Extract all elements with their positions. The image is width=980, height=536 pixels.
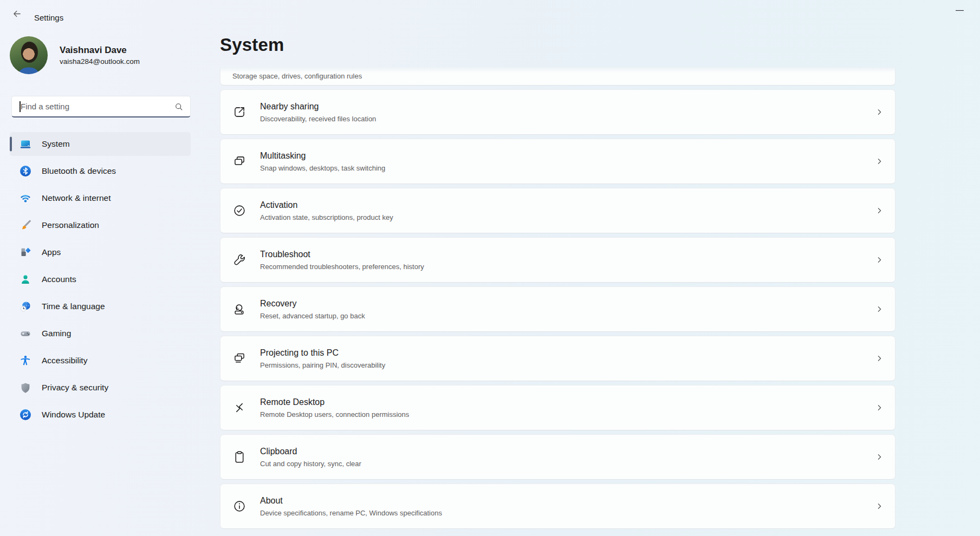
- sidebar-item-label: System: [42, 139, 70, 149]
- card-troubleshoot[interactable]: Troubleshoot Recommended troubleshooters…: [220, 237, 895, 283]
- minimize-icon: [956, 10, 964, 11]
- sidebar-item-gaming[interactable]: Gaming: [10, 322, 191, 345]
- card-subtitle: Device specifications, rename PC, Window…: [260, 508, 442, 518]
- card-title: Multitasking: [260, 150, 385, 161]
- card-subtitle: Reset, advanced startup, go back: [260, 311, 365, 321]
- profile-email: vaisha284@outlook.com: [60, 57, 140, 66]
- accessibility-icon: [19, 354, 32, 367]
- activation-icon: [232, 204, 246, 218]
- search-input[interactable]: [21, 96, 172, 116]
- sidebar-item-label: Windows Update: [42, 410, 105, 420]
- chevron-right-icon: [875, 305, 884, 314]
- chevron-right-icon: [875, 157, 884, 166]
- card-text: Nearby sharing Discoverability, received…: [260, 101, 376, 123]
- apps-icon: [19, 246, 32, 259]
- card-text: Activation Activation state, subscriptio…: [260, 199, 393, 222]
- card-text: Recovery Reset, advanced startup, go bac…: [260, 298, 365, 321]
- card-about[interactable]: About Device specifications, rename PC, …: [220, 483, 895, 529]
- card-text: Projecting to this PC Permissions, pairi…: [260, 347, 385, 370]
- sidebar-item-label: Personalization: [42, 220, 99, 230]
- card-remote-desktop[interactable]: Remote Desktop Remote Desktop users, con…: [220, 385, 895, 430]
- card-subtitle: Permissions, pairing PIN, discoverabilit…: [260, 361, 385, 370]
- time-language-icon: [19, 300, 32, 313]
- windows-update-icon: [19, 408, 32, 421]
- app-title: Settings: [34, 13, 63, 22]
- sidebar-item-label: Bluetooth & devices: [42, 166, 116, 176]
- sidebar-item-label: Apps: [42, 247, 61, 257]
- card-clipboard[interactable]: Clipboard Cut and copy history, sync, cl…: [220, 434, 895, 480]
- minimize-button[interactable]: [947, 3, 971, 17]
- chevron-right-icon: [875, 108, 884, 117]
- sidebar-item-system[interactable]: System: [10, 132, 191, 156]
- card-subtitle: Remote Desktop users, connection permiss…: [260, 410, 409, 419]
- sidebar-item-accessibility[interactable]: Accessibility: [10, 349, 191, 372]
- card-multitasking[interactable]: Multitasking Snap windows, desktops, tas…: [220, 139, 895, 184]
- card-text: Storage space, drives, configuration rul…: [232, 67, 362, 81]
- sidebar-item-time-language[interactable]: Time & language: [10, 295, 191, 318]
- page-title: System: [220, 35, 284, 55]
- profile-name: Vaishnavi Dave: [60, 45, 127, 56]
- card-subtitle: Snap windows, desktops, task switching: [260, 164, 385, 173]
- back-button[interactable]: [8, 8, 26, 21]
- sidebar-item-label: Accessibility: [42, 356, 87, 365]
- bluetooth-icon: [19, 165, 32, 178]
- card-title: Projecting to this PC: [260, 347, 385, 358]
- card-activation[interactable]: Activation Activation state, subscriptio…: [220, 188, 895, 233]
- card-title: Troubleshoot: [260, 249, 424, 260]
- clipboard-icon: [232, 450, 246, 464]
- search-box[interactable]: [11, 96, 191, 117]
- sidebar-item-accounts[interactable]: Accounts: [10, 267, 191, 291]
- sidebar-item-privacy-security[interactable]: Privacy & security: [10, 376, 191, 400]
- projecting-icon: [232, 351, 246, 365]
- sidebar-nav: System Bluetooth & devices Network & int…: [10, 132, 191, 430]
- chevron-right-icon: [875, 354, 884, 363]
- network-icon: [19, 192, 32, 205]
- avatar: [10, 36, 48, 74]
- card-subtitle: Cut and copy history, sync, clear: [260, 459, 361, 468]
- chevron-right-icon: [875, 256, 884, 265]
- card-subtitle: Recommended troubleshooters, preferences…: [260, 262, 424, 271]
- profile-header[interactable]: Vaishnavi Dave vaisha284@outlook.com: [10, 36, 191, 75]
- settings-list: Storage space, drives, configuration rul…: [220, 67, 895, 536]
- sidebar-item-apps[interactable]: Apps: [10, 240, 191, 264]
- card-storage[interactable]: Storage space, drives, configuration rul…: [220, 67, 895, 86]
- gaming-icon: [19, 327, 32, 340]
- sidebar-item-label: Accounts: [42, 274, 76, 284]
- card-subtitle: Storage space, drives, configuration rul…: [232, 71, 362, 81]
- card-text: Clipboard Cut and copy history, sync, cl…: [260, 446, 361, 468]
- chevron-right-icon: [875, 502, 884, 511]
- system-icon: [19, 138, 32, 151]
- accounts-icon: [19, 273, 32, 286]
- card-projecting[interactable]: Projecting to this PC Permissions, pairi…: [220, 336, 895, 381]
- chevron-right-icon: [875, 403, 884, 413]
- card-text: Remote Desktop Remote Desktop users, con…: [260, 396, 409, 419]
- troubleshoot-icon: [232, 253, 246, 267]
- sidebar-item-personalization[interactable]: Personalization: [10, 213, 191, 237]
- chevron-right-icon: [875, 453, 884, 462]
- sidebar-item-network[interactable]: Network & internet: [10, 186, 191, 210]
- search-icon: [174, 102, 183, 111]
- nearby-sharing-icon: [232, 105, 246, 119]
- card-title: Nearby sharing: [260, 101, 376, 112]
- card-text: About Device specifications, rename PC, …: [260, 495, 442, 518]
- titlebar: Settings: [0, 0, 980, 26]
- back-arrow-icon: [12, 9, 22, 18]
- card-subtitle: Discoverability, received files location: [260, 114, 376, 123]
- sidebar-item-windows-update[interactable]: Windows Update: [10, 403, 191, 427]
- card-text: Multitasking Snap windows, desktops, tas…: [260, 150, 385, 173]
- card-title: Activation: [260, 199, 393, 211]
- sidebar-item-bluetooth[interactable]: Bluetooth & devices: [10, 159, 191, 183]
- card-recovery[interactable]: Recovery Reset, advanced startup, go bac…: [220, 286, 895, 332]
- sidebar-item-label: Time & language: [42, 302, 105, 311]
- sidebar-item-label: Network & internet: [42, 193, 111, 203]
- card-text: Troubleshoot Recommended troubleshooters…: [260, 249, 424, 271]
- chevron-right-icon: [875, 206, 884, 215]
- card-nearby-sharing[interactable]: Nearby sharing Discoverability, received…: [220, 89, 895, 135]
- card-title: About: [260, 495, 442, 506]
- personalization-icon: [19, 219, 32, 232]
- card-subtitle: Activation state, subscriptions, product…: [260, 213, 393, 222]
- card-title: Recovery: [260, 298, 365, 309]
- remote-desktop-icon: [232, 401, 246, 415]
- sidebar-item-label: Privacy & security: [42, 383, 108, 393]
- card-title: Remote Desktop: [260, 396, 409, 408]
